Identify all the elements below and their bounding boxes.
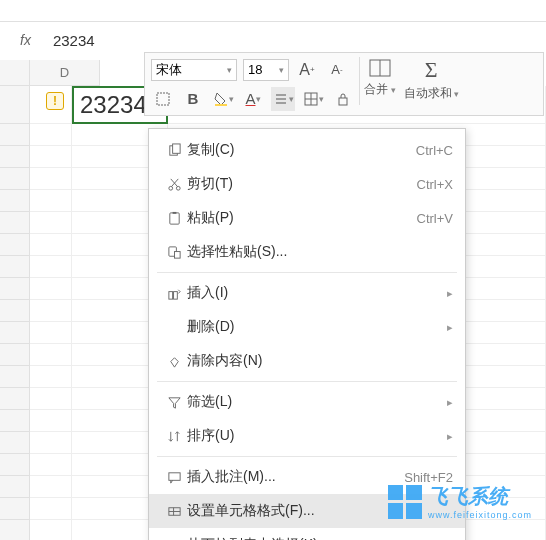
menu-copy[interactable]: 复制(C) Ctrl+C bbox=[149, 133, 465, 167]
filter-icon bbox=[161, 395, 187, 410]
svg-line-15 bbox=[171, 178, 178, 186]
font-color-button[interactable]: A▾ bbox=[241, 87, 265, 111]
insert-icon bbox=[161, 286, 187, 301]
font-select[interactable]: 宋体▾ bbox=[151, 59, 237, 81]
formula-input[interactable] bbox=[47, 27, 249, 53]
sort-icon bbox=[161, 429, 187, 444]
menu-paste-special[interactable]: 选择性粘贴(S)... bbox=[149, 235, 465, 269]
watermark-logo-icon bbox=[388, 485, 422, 519]
svg-rect-8 bbox=[339, 98, 347, 105]
col-d[interactable]: D bbox=[30, 60, 100, 86]
row-header[interactable] bbox=[0, 86, 30, 124]
fill-color-button[interactable]: ▾ bbox=[211, 87, 235, 111]
clear-icon bbox=[161, 354, 187, 369]
svg-rect-18 bbox=[172, 211, 176, 213]
ribbon: 宋体▾ 18▾ A+ A- B ▾ A▾ ▾ ▾ 合并 ▾ Σ bbox=[144, 52, 544, 116]
align-button[interactable]: ▾ bbox=[271, 87, 295, 111]
merge-group[interactable]: 合并 ▾ bbox=[364, 57, 396, 98]
context-menu: 复制(C) Ctrl+C 剪切(T) Ctrl+X 粘贴(P) Ctrl+V 选… bbox=[148, 128, 466, 540]
autosum-group[interactable]: Σ 自动求和 ▾ bbox=[404, 57, 460, 102]
svg-rect-22 bbox=[173, 291, 177, 299]
menu-dropdown-pick[interactable]: 从下拉列表中选择(K)... bbox=[149, 528, 465, 540]
decrease-font-icon[interactable]: A- bbox=[325, 58, 349, 82]
svg-point-14 bbox=[176, 186, 180, 190]
menu-clear[interactable]: 清除内容(N) bbox=[149, 344, 465, 378]
menu-filter[interactable]: 筛选(L) ▸ bbox=[149, 385, 465, 419]
menu-paste[interactable]: 粘贴(P) Ctrl+V bbox=[149, 201, 465, 235]
bold-button[interactable]: B bbox=[181, 87, 205, 111]
menu-cut[interactable]: 剪切(T) Ctrl+X bbox=[149, 167, 465, 201]
menu-delete[interactable]: 删除(D) ▸ bbox=[149, 310, 465, 344]
svg-rect-17 bbox=[169, 212, 178, 223]
format-cells-icon[interactable] bbox=[151, 87, 175, 111]
svg-rect-12 bbox=[172, 143, 180, 152]
svg-rect-20 bbox=[174, 251, 180, 258]
menu-insert[interactable]: 插入(I) ▸ bbox=[149, 276, 465, 310]
cut-icon bbox=[161, 177, 187, 192]
svg-rect-1 bbox=[215, 104, 227, 106]
format-cells-menu-icon bbox=[161, 504, 187, 519]
watermark: 飞飞系统 www.feifeixitong.com bbox=[388, 483, 532, 520]
borders-button[interactable]: ▾ bbox=[301, 87, 325, 111]
svg-line-16 bbox=[170, 178, 177, 186]
svg-rect-23 bbox=[168, 472, 179, 480]
copy-icon bbox=[161, 143, 187, 158]
error-indicator-icon[interactable] bbox=[46, 92, 64, 110]
menu-sort[interactable]: 排序(U) ▸ bbox=[149, 419, 465, 453]
comment-icon bbox=[161, 470, 187, 485]
paste-special-icon bbox=[161, 245, 187, 260]
column-headers: D bbox=[0, 60, 100, 86]
svg-point-13 bbox=[168, 186, 172, 190]
fx-icon[interactable]: fx bbox=[20, 32, 31, 48]
paste-icon bbox=[161, 211, 187, 226]
lock-icon[interactable] bbox=[331, 87, 355, 111]
svg-rect-0 bbox=[157, 93, 169, 105]
font-size-select[interactable]: 18▾ bbox=[243, 59, 289, 81]
svg-rect-21 bbox=[168, 291, 172, 299]
increase-font-icon[interactable]: A+ bbox=[295, 58, 319, 82]
